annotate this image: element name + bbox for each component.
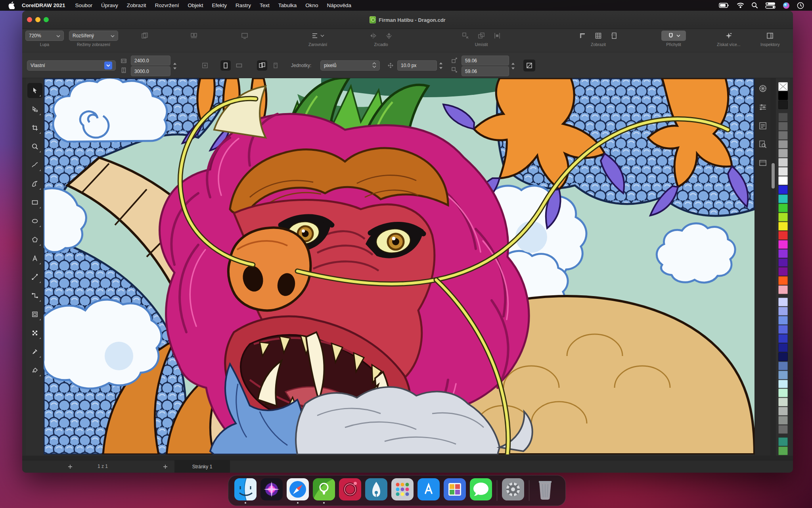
dock-app-starburst[interactable] — [260, 477, 283, 504]
color-swatch[interactable] — [778, 425, 788, 434]
dock-app-messages[interactable] — [470, 477, 492, 504]
color-swatch[interactable] — [778, 249, 788, 258]
canvas-artwork[interactable] — [44, 78, 755, 454]
autofit-page-icon[interactable] — [200, 60, 210, 71]
menu-item-n-pov-da[interactable]: Nápověda — [323, 0, 356, 11]
mirror-horizontal-icon[interactable] — [368, 31, 378, 41]
landscape-orientation-button[interactable] — [234, 60, 244, 71]
snap-dropdown[interactable] — [661, 31, 686, 41]
color-swatch[interactable] — [778, 267, 788, 276]
color-swatch[interactable] — [778, 362, 788, 370]
color-swatch[interactable] — [778, 276, 788, 285]
tool-rectangle[interactable] — [27, 195, 42, 210]
wifi-icon[interactable] — [737, 2, 744, 8]
menu-item-rozvr-en-[interactable]: Rozvržení — [151, 0, 184, 11]
menu-item-coreldraw-2021[interactable]: CorelDRAW 2021 — [17, 0, 71, 11]
nudge-stepper[interactable] — [438, 60, 443, 71]
dock-app-system-settings[interactable] — [502, 477, 524, 504]
color-wheel-icon[interactable] — [758, 84, 768, 93]
page-preset-dropdown[interactable]: Vlastní — [27, 60, 116, 71]
color-swatch[interactable] — [778, 167, 788, 176]
dock-app-safari[interactable] — [287, 477, 309, 504]
color-swatch[interactable] — [778, 446, 788, 455]
view-mode-dropdown[interactable]: Rozšířený — [69, 31, 118, 41]
tool-polygon[interactable] — [27, 232, 42, 247]
color-swatch[interactable] — [778, 149, 788, 158]
page-size-stepper[interactable] — [172, 56, 177, 76]
units-dropdown[interactable]: pixelů — [320, 60, 380, 71]
dock-app-coreldraw[interactable] — [313, 477, 335, 504]
dock-app-pen-tool[interactable] — [365, 477, 387, 504]
color-swatch[interactable] — [778, 231, 788, 240]
color-swatch[interactable] — [778, 91, 788, 100]
distribute-icon[interactable] — [492, 31, 502, 41]
color-swatch[interactable] — [778, 371, 788, 379]
control-center-icon[interactable] — [765, 2, 776, 9]
color-swatch[interactable] — [778, 307, 788, 316]
color-swatch[interactable] — [778, 334, 788, 343]
tool-pattern[interactable] — [27, 325, 42, 341]
menu-item--pravy[interactable]: Úpravy — [97, 0, 123, 11]
menu-item-rastry[interactable]: Rastry — [231, 0, 255, 11]
all-pages-button[interactable] — [257, 60, 267, 71]
page-width-field[interactable]: 2400.0 — [131, 56, 170, 65]
title-bar[interactable]: Firman Hatibu - Dragon.cdr — [22, 11, 793, 29]
arrange-icon[interactable] — [476, 31, 486, 41]
position-icon[interactable] — [460, 31, 471, 41]
tool-rect-outline[interactable] — [27, 307, 42, 322]
scrollbar-thumb[interactable] — [772, 163, 775, 189]
inspectors-icon[interactable] — [765, 31, 775, 41]
tool-crop[interactable] — [27, 120, 42, 135]
tool-artistic-media[interactable] — [27, 176, 42, 191]
menu-item-zobrazit[interactable]: Zobrazit — [123, 0, 151, 11]
color-swatch[interactable] — [778, 158, 788, 167]
menu-item-okno[interactable]: Okno — [301, 0, 322, 11]
tool-line[interactable] — [27, 269, 42, 285]
apple-menu-icon[interactable] — [6, 2, 17, 9]
vertical-scrollbar[interactable] — [770, 78, 776, 456]
color-swatch[interactable] — [778, 298, 788, 306]
color-swatch[interactable] — [778, 240, 788, 249]
siri-icon[interactable] — [783, 2, 790, 9]
battery-icon[interactable] — [719, 2, 730, 9]
tool-shape[interactable] — [27, 102, 42, 117]
fullscreen-preview-icon[interactable] — [239, 31, 250, 41]
grid-icon[interactable] — [593, 31, 603, 41]
dock-app-photos[interactable] — [444, 477, 466, 504]
color-swatch[interactable] — [778, 258, 788, 267]
preview-icon[interactable] — [140, 31, 150, 41]
dock-app-finder[interactable] — [234, 477, 257, 504]
menu-item-tabulka[interactable]: Tabulka — [274, 0, 301, 11]
color-swatch[interactable] — [778, 285, 788, 294]
color-swatch[interactable] — [778, 380, 788, 389]
tool-ellipse[interactable] — [27, 214, 42, 229]
sliders-icon[interactable] — [758, 102, 768, 112]
find-icon[interactable] — [758, 140, 768, 149]
page-sorter-icon[interactable] — [189, 31, 199, 41]
tool-text[interactable] — [27, 251, 42, 266]
color-swatch[interactable] — [778, 140, 788, 149]
dock-app-launchpad[interactable] — [391, 477, 414, 504]
color-swatch[interactable] — [778, 222, 788, 231]
color-swatch[interactable] — [778, 352, 788, 361]
zoom-level-dropdown[interactable]: 720% — [25, 31, 64, 41]
tool-pick[interactable] — [27, 83, 42, 98]
color-swatch[interactable] — [778, 100, 788, 109]
color-swatch[interactable] — [778, 389, 788, 397]
current-page-button[interactable] — [270, 60, 281, 71]
color-swatch[interactable] — [778, 113, 788, 121]
tool-eyedropper[interactable] — [27, 344, 42, 359]
menu-item-objekt[interactable]: Objekt — [183, 0, 207, 11]
dock-app-app-store[interactable] — [417, 477, 440, 504]
menu-item-soubor[interactable]: Soubor — [71, 0, 97, 11]
tool-connector[interactable] — [27, 288, 42, 303]
nudge-field[interactable]: 10.0 px — [397, 60, 437, 71]
no-fill-swatch[interactable] — [778, 82, 788, 91]
color-swatch[interactable] — [778, 185, 788, 194]
tool-freehand[interactable] — [27, 158, 42, 173]
get-more-icon[interactable] — [724, 31, 734, 41]
color-swatch[interactable] — [778, 437, 788, 446]
color-swatch[interactable] — [778, 416, 788, 425]
clock-icon[interactable] — [797, 2, 804, 9]
portrait-orientation-button[interactable] — [220, 60, 231, 71]
